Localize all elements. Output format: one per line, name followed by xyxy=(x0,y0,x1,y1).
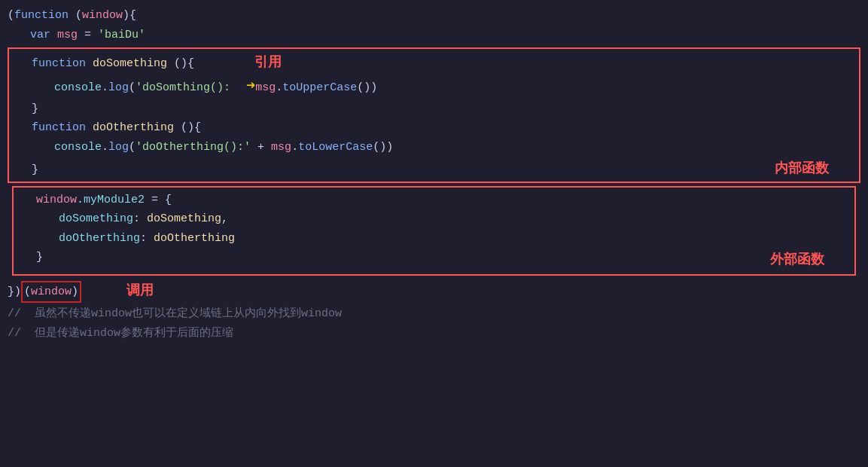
inner-functions-box: function doSomething (){ 引用 console.log(… xyxy=(8,47,860,183)
iife-call-line: })(window) 调用 xyxy=(8,279,860,304)
fn2-close-row: } 内部函数 xyxy=(9,157,859,180)
fn1-header: function doSomething (){ 引用 xyxy=(9,50,859,74)
comment-line-1: // 虽然不传递window也可以在定义域链上从内向外找到window xyxy=(8,304,860,324)
waibu-label: 外部函数 xyxy=(770,248,824,274)
yinyong-label: 引用 xyxy=(254,50,282,74)
kw-function: function xyxy=(14,6,69,26)
outer-line3: doOtherthing: doOtherthing xyxy=(14,229,854,249)
outer-close-row: } 外部函数 xyxy=(14,248,854,274)
neibuhanshu-label: 内部函数 xyxy=(775,157,829,180)
fn1-section: function doSomething (){ 引用 console.log(… xyxy=(9,50,859,118)
outer-line1: window.myModule2 = { xyxy=(14,191,854,210)
code-editor: (function (window){ var msg = 'baiDu' fu… xyxy=(0,0,868,349)
line-1: (function (window){ xyxy=(8,6,860,26)
fn1-body: console.log('doSomthing(): ➜msg.toUpperC… xyxy=(9,74,859,99)
arrow-icon: ➜ xyxy=(237,74,255,99)
fn2-section: function doOtherthing (){ console.log('d… xyxy=(9,118,859,180)
comment-line-2: // 但是传递window参数有利于后面的压缩 xyxy=(8,324,860,343)
fn1-close: } xyxy=(9,99,859,119)
call-box: (window) xyxy=(21,281,81,304)
fn2-header: function doOtherthing (){ xyxy=(9,118,859,138)
outer-module-box: window.myModule2 = { doSomething: doSome… xyxy=(12,186,856,276)
fn2-body: console.log('doOtherthing():' + msg.toLo… xyxy=(9,138,859,157)
tiaoyong-label: 调用 xyxy=(126,279,154,302)
line-2: var msg = 'baiDu' xyxy=(8,26,860,45)
outer-line2: doSomething: doSomething, xyxy=(14,209,854,229)
paren-open: ( xyxy=(8,6,14,26)
